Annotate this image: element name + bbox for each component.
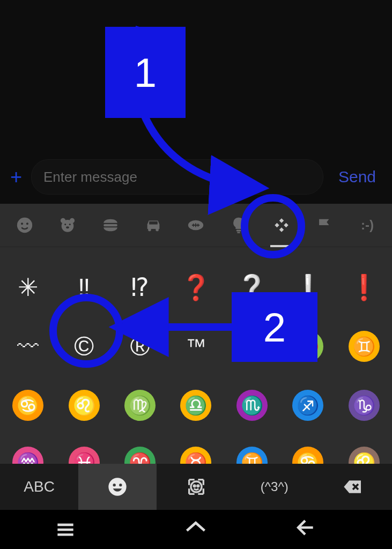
- emoji-key[interactable]: ♓: [63, 435, 106, 464]
- emoji-keyboard: :-) ✳ ‼ ⁉ ❓ ❔ ❕ ❗ 〰 © ® ™ ♈ ♉ ♊ ♋ ♌ ♍ ♎ …: [0, 204, 392, 510]
- emoji-key[interactable]: ♊: [343, 325, 386, 368]
- svg-point-21: [197, 485, 198, 487]
- emoji-key[interactable]: ❓: [174, 266, 217, 309]
- svg-point-5: [61, 220, 73, 232]
- category-flags[interactable]: [310, 211, 339, 240]
- annotation-label-1: 1: [105, 27, 186, 118]
- sticker-icon: [186, 476, 207, 498]
- send-button[interactable]: Send: [328, 168, 387, 186]
- emoji-key[interactable]: ♑: [343, 384, 386, 427]
- svg-point-10: [148, 228, 151, 232]
- svg-point-0: [17, 218, 32, 233]
- category-food[interactable]: [96, 211, 125, 240]
- emoji-key[interactable]: ♎: [174, 384, 217, 427]
- face-icon: [16, 216, 34, 234]
- backspace-icon: [342, 476, 364, 498]
- emoji-key[interactable]: ✳: [6, 266, 49, 309]
- category-travel[interactable]: [139, 211, 168, 240]
- football-icon: [187, 216, 205, 234]
- annotation-arrow-2: [110, 314, 239, 346]
- annotation-circle-1: [241, 194, 305, 258]
- emoji-face-icon: [107, 476, 128, 498]
- emoji-row: ♋ ♌ ♍ ♎ ♏ ♐ ♑: [0, 376, 392, 435]
- emoji-key[interactable]: 〰: [6, 325, 49, 368]
- nav-back-button-visual: [293, 516, 317, 539]
- emoji-key[interactable]: ⁉: [119, 266, 161, 309]
- emoji-category-row: :-): [0, 204, 392, 247]
- emoji-key[interactable]: ❗: [343, 266, 386, 309]
- emoji-key[interactable]: ♌: [63, 384, 106, 427]
- flag-icon: [315, 216, 334, 234]
- svg-rect-9: [103, 224, 117, 226]
- sticker-tab-button[interactable]: [157, 464, 235, 510]
- svg-rect-14: [236, 230, 241, 232]
- emoji-key[interactable]: ♋: [6, 384, 49, 427]
- keyboard-bottom-bar: ABC (^3^): [0, 464, 392, 510]
- emoji-tab-button[interactable]: [78, 464, 157, 510]
- switch-abc-button[interactable]: ABC: [0, 464, 78, 510]
- svg-point-17: [113, 484, 116, 486]
- android-nav-bar: [0, 510, 392, 549]
- svg-point-7: [69, 224, 71, 225]
- emoji-key[interactable]: ♍: [119, 384, 161, 427]
- burger-icon: [101, 216, 120, 234]
- recent-icon: [54, 518, 77, 541]
- emoji-key[interactable]: ♉: [174, 435, 217, 464]
- emoji-key[interactable]: ♋: [286, 435, 329, 464]
- svg-point-20: [194, 485, 195, 487]
- emoji-key[interactable]: ♐: [286, 384, 329, 427]
- emoji-key[interactable]: ♏: [231, 384, 273, 427]
- annotation-label-2: 2: [232, 292, 317, 362]
- svg-point-18: [119, 484, 122, 486]
- nav-home-button[interactable]: [184, 518, 208, 544]
- category-animals[interactable]: [53, 211, 82, 240]
- car-icon: [144, 216, 162, 234]
- svg-point-1: [21, 222, 23, 225]
- svg-point-11: [156, 228, 159, 232]
- svg-point-8: [66, 226, 69, 228]
- nav-back-button[interactable]: [315, 519, 338, 543]
- category-activity[interactable]: [181, 211, 210, 240]
- bear-icon: [58, 216, 77, 234]
- add-attachment-button[interactable]: +: [5, 166, 27, 188]
- category-textfaces[interactable]: :-): [353, 211, 382, 240]
- svg-point-16: [109, 478, 127, 495]
- backspace-button[interactable]: [314, 464, 392, 510]
- svg-point-2: [26, 222, 28, 225]
- emoji-key[interactable]: ♌: [343, 435, 386, 464]
- home-icon: [184, 518, 208, 541]
- kaomoji-tab-button[interactable]: (^3^): [235, 464, 314, 510]
- category-recent[interactable]: [10, 211, 39, 240]
- svg-rect-15: [237, 232, 240, 233]
- svg-point-6: [64, 224, 66, 225]
- emoji-row-clipped: ♒ ♓ ♈ ♉ ♊ ♋ ♌: [0, 435, 392, 464]
- emoji-key[interactable]: ♊: [231, 435, 273, 464]
- nav-recent-button[interactable]: [54, 518, 77, 544]
- emoji-key[interactable]: ♈: [119, 435, 161, 464]
- svg-rect-12: [149, 221, 158, 225]
- emoji-key[interactable]: ♒: [6, 435, 49, 464]
- annotation-circle-2: [49, 294, 123, 368]
